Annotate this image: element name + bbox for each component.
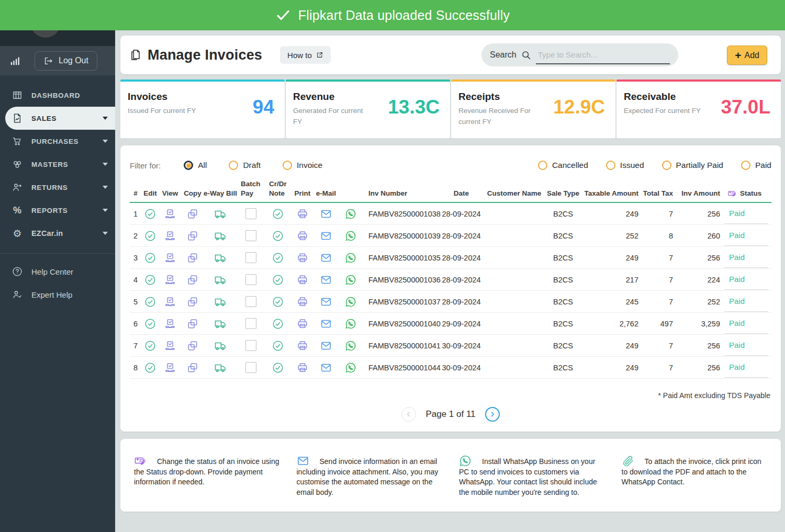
copy-button[interactable]	[187, 340, 198, 352]
email-button[interactable]	[320, 230, 332, 242]
edit-button[interactable]	[144, 252, 156, 264]
status-dropdown[interactable]: Paid	[724, 226, 768, 246]
view-button[interactable]	[164, 274, 176, 286]
email-button[interactable]	[320, 274, 332, 286]
whatsapp-button[interactable]	[345, 230, 356, 242]
batch-pay-checkbox[interactable]	[245, 252, 256, 263]
batch-pay-checkbox[interactable]	[245, 208, 256, 219]
whatsapp-button[interactable]	[345, 318, 356, 330]
sidebar-item-expert-help[interactable]: Expert Help	[0, 283, 115, 306]
sidebar-item-purchases[interactable]: PURCHASES	[0, 130, 115, 153]
print-button[interactable]	[297, 318, 308, 330]
prev-page-button[interactable]	[401, 407, 416, 422]
print-button[interactable]	[297, 340, 308, 352]
view-button[interactable]	[164, 340, 176, 352]
sidebar-item-sales[interactable]: SALES	[5, 107, 115, 130]
add-button[interactable]: + Add	[727, 46, 767, 65]
print-button[interactable]	[297, 252, 308, 264]
email-button[interactable]	[320, 318, 332, 330]
status-dropdown[interactable]: Paid	[724, 270, 768, 290]
how-to-button[interactable]: How to	[280, 46, 331, 64]
status-dropdown[interactable]: Paid	[724, 204, 768, 224]
sidebar-item-reports[interactable]: % REPORTS	[0, 199, 115, 222]
email-button[interactable]	[320, 208, 332, 220]
crdr-note-button[interactable]	[272, 362, 284, 373]
edit-button[interactable]	[144, 274, 156, 286]
view-button[interactable]	[164, 318, 176, 330]
edit-button[interactable]	[144, 208, 156, 220]
sidebar-item-returns[interactable]: RETURNS	[0, 176, 115, 199]
batch-pay-checkbox[interactable]	[245, 318, 256, 329]
status-dropdown[interactable]: Paid	[724, 358, 768, 378]
batch-pay-checkbox[interactable]	[245, 340, 256, 351]
view-button[interactable]	[164, 208, 176, 220]
batch-pay-checkbox[interactable]	[245, 296, 256, 307]
eway-bill-button[interactable]	[214, 230, 227, 242]
whatsapp-button[interactable]	[345, 274, 356, 286]
print-button[interactable]	[297, 274, 308, 286]
copy-button[interactable]	[187, 252, 198, 264]
print-button[interactable]	[297, 208, 308, 220]
filter-radio-draft[interactable]: Draft	[229, 161, 261, 170]
whatsapp-button[interactable]	[345, 296, 356, 308]
crdr-note-button[interactable]	[272, 296, 284, 308]
filter-radio-paid[interactable]: Paid	[741, 161, 771, 170]
email-button[interactable]	[320, 362, 332, 373]
eway-bill-button[interactable]	[214, 318, 227, 330]
sidebar-item-help-center[interactable]: Help Center	[0, 260, 115, 283]
edit-button[interactable]	[144, 340, 156, 352]
next-page-button[interactable]	[485, 407, 500, 422]
print-button[interactable]	[297, 230, 308, 242]
crdr-note-button[interactable]	[272, 340, 284, 352]
edit-button[interactable]	[144, 230, 156, 242]
whatsapp-button[interactable]	[345, 340, 356, 352]
sidebar-item-masters[interactable]: MASTERS	[0, 153, 115, 176]
eway-bill-button[interactable]	[214, 339, 227, 352]
filter-radio-all[interactable]: All	[184, 161, 207, 170]
crdr-note-button[interactable]	[272, 230, 284, 242]
copy-button[interactable]	[187, 296, 198, 308]
status-dropdown[interactable]: Paid	[724, 314, 768, 334]
whatsapp-button[interactable]	[345, 362, 356, 373]
batch-pay-checkbox[interactable]	[245, 362, 256, 373]
print-button[interactable]	[297, 296, 308, 308]
print-button[interactable]	[297, 362, 308, 373]
whatsapp-button[interactable]	[345, 208, 356, 220]
copy-button[interactable]	[187, 318, 198, 330]
status-dropdown[interactable]: Paid	[724, 248, 768, 268]
crdr-note-button[interactable]	[272, 274, 284, 286]
whatsapp-button[interactable]	[345, 252, 356, 264]
eway-bill-button[interactable]	[214, 296, 227, 308]
copy-button[interactable]	[187, 362, 198, 373]
crdr-note-button[interactable]	[272, 318, 284, 330]
filter-radio-cancelled[interactable]: Cancelled	[538, 161, 588, 170]
status-dropdown[interactable]: Paid	[724, 336, 768, 356]
email-button[interactable]	[320, 252, 332, 264]
status-dropdown[interactable]: Paid	[724, 292, 768, 312]
sidebar-item-dashboard[interactable]: DASHBOARD	[0, 84, 115, 107]
eway-bill-button[interactable]	[214, 208, 227, 220]
filter-radio-invoice[interactable]: Invoice	[283, 161, 322, 170]
crdr-note-button[interactable]	[272, 208, 284, 220]
copy-button[interactable]	[187, 274, 198, 286]
eway-bill-button[interactable]	[214, 252, 227, 264]
edit-button[interactable]	[144, 296, 156, 308]
copy-button[interactable]	[187, 208, 198, 220]
email-button[interactable]	[320, 340, 332, 352]
view-button[interactable]	[164, 252, 176, 264]
copy-button[interactable]	[187, 230, 198, 242]
view-button[interactable]	[164, 362, 176, 373]
filter-radio-issued[interactable]: Issued	[606, 161, 644, 170]
view-button[interactable]	[164, 230, 176, 242]
batch-pay-checkbox[interactable]	[245, 230, 256, 241]
email-button[interactable]	[320, 296, 332, 308]
logout-button[interactable]: Log Out	[35, 51, 97, 71]
batch-pay-checkbox[interactable]	[245, 274, 256, 285]
sidebar-item-ezcar[interactable]: ⚙ EZCar.in	[0, 222, 115, 245]
filter-radio-partially-paid[interactable]: Partially Paid	[662, 161, 723, 170]
crdr-note-button[interactable]	[272, 252, 284, 264]
eway-bill-button[interactable]	[214, 361, 227, 374]
edit-button[interactable]	[144, 362, 156, 373]
edit-button[interactable]	[144, 318, 156, 330]
eway-bill-button[interactable]	[214, 274, 227, 286]
